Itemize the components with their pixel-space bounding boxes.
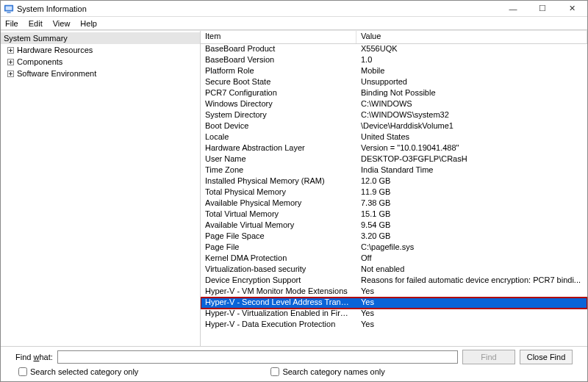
table-row[interactable]: Secure Boot StateUnsupported — [201, 77, 587, 88]
search-category-names-checkbox[interactable]: Search category names only — [270, 367, 384, 376]
table-row[interactable]: Device Encryption SupportReasons for fai… — [201, 275, 587, 286]
cell-value: Mobile — [356, 66, 587, 77]
cell-item: Available Physical Memory — [201, 198, 356, 209]
cell-item: Total Virtual Memory — [201, 209, 356, 220]
cell-value: India Standard Time — [356, 165, 587, 176]
grid-body[interactable]: BaseBoard ProductX556UQKBaseBoard Versio… — [201, 44, 587, 346]
table-row[interactable]: Hyper-V - VM Monitor Mode ExtensionsYes — [201, 286, 587, 298]
table-row[interactable]: Installed Physical Memory (RAM)12.0 GB — [201, 176, 587, 187]
cell-item: Page File Space — [201, 231, 356, 242]
expand-icon[interactable] — [7, 70, 15, 78]
tree-item[interactable]: Components — [1, 56, 200, 68]
table-row[interactable]: Virtualization-based securityNot enabled — [201, 264, 587, 275]
titlebar[interactable]: System Information — ☐ ✕ — [1, 1, 587, 17]
cell-item: BaseBoard Product — [201, 44, 356, 55]
menu-file[interactable]: File — [4, 19, 20, 28]
category-tree[interactable]: System Summary Hardware ResourcesCompone… — [1, 31, 201, 346]
table-row[interactable]: Available Virtual Memory9.54 GB — [201, 220, 587, 231]
menu-view[interactable]: View — [51, 19, 72, 28]
window-controls: — ☐ ✕ — [503, 3, 584, 15]
cell-value: 11.9 GB — [356, 187, 587, 198]
table-row[interactable]: Hyper-V - Second Level Address Translati… — [201, 298, 587, 309]
find-input[interactable] — [57, 350, 458, 364]
tree-item-label: Hardware Resources — [17, 46, 93, 54]
details-pane: Item Value BaseBoard ProductX556UQKBaseB… — [201, 31, 587, 346]
svg-rect-2 — [7, 12, 10, 12]
table-row[interactable]: Hyper-V - Data Execution ProtectionYes — [201, 320, 587, 331]
cell-value: X556UQK — [356, 44, 587, 55]
cell-item: Locale — [201, 132, 356, 143]
table-row[interactable]: LocaleUnited States — [201, 132, 587, 143]
close-button[interactable]: ✕ — [562, 3, 581, 15]
table-row[interactable]: BaseBoard ProductX556UQK — [201, 44, 587, 55]
table-row[interactable]: Hardware Abstraction LayerVersion = "10.… — [201, 143, 587, 154]
cell-item: System Directory — [201, 110, 356, 121]
cell-item: Available Virtual Memory — [201, 220, 356, 231]
cell-item: Total Physical Memory — [201, 187, 356, 198]
cell-value: C:\pagefile.sys — [356, 242, 587, 253]
tree-item-label: Software Environment — [17, 69, 96, 78]
table-row[interactable]: BaseBoard Version1.0 — [201, 55, 587, 66]
table-row[interactable]: Windows DirectoryC:\WINDOWS — [201, 99, 587, 110]
table-row[interactable]: Total Virtual Memory15.1 GB — [201, 209, 587, 220]
table-row[interactable]: Page File Space3.20 GB — [201, 231, 587, 242]
grid-header: Item Value — [201, 31, 587, 44]
cell-value: Yes — [356, 320, 587, 331]
cell-item: Platform Role — [201, 66, 356, 77]
column-header-item[interactable]: Item — [201, 31, 356, 43]
cell-value: 9.54 GB — [356, 220, 587, 231]
expand-icon[interactable] — [7, 46, 15, 54]
cell-value: Binding Not Possible — [356, 88, 587, 99]
find-button[interactable]: Find — [462, 350, 515, 364]
cell-value: Yes — [356, 309, 587, 320]
find-label: Find what: — [15, 353, 53, 361]
close-find-button[interactable]: Close Find — [520, 350, 573, 364]
cell-item: Page File — [201, 242, 356, 253]
cell-item: Virtualization-based security — [201, 264, 356, 275]
maximize-button[interactable]: ☐ — [533, 3, 552, 15]
cell-item: Hyper-V - Second Level Address Translati… — [201, 298, 356, 309]
cell-value: 3.20 GB — [356, 231, 587, 242]
column-header-value[interactable]: Value — [356, 31, 587, 43]
table-row[interactable]: Hyper-V - Virtualization Enabled in Firm… — [201, 309, 587, 320]
menu-edit[interactable]: Edit — [27, 19, 44, 28]
tree-item[interactable]: Hardware Resources — [1, 44, 200, 56]
cell-item: Boot Device — [201, 121, 356, 132]
app-icon — [4, 4, 14, 14]
cell-item: Kernel DMA Protection — [201, 253, 356, 264]
cell-value: Reasons for failed automatic device encr… — [356, 275, 587, 286]
chk-selected-category-label: Search selected category only — [30, 367, 138, 376]
cell-value: DESKTOP-O3FGFLP\CRasH — [356, 154, 587, 165]
system-information-window: System Information — ☐ ✕ File Edit View … — [0, 0, 588, 382]
cell-value: 15.1 GB — [356, 209, 587, 220]
cell-item: BaseBoard Version — [201, 55, 356, 66]
table-row[interactable]: Kernel DMA ProtectionOff — [201, 253, 587, 264]
main-body: System Summary Hardware ResourcesCompone… — [1, 30, 587, 346]
tree-root-label: System Summary — [4, 34, 68, 43]
table-row[interactable]: Boot Device\Device\HarddiskVolume1 — [201, 121, 587, 132]
expand-icon[interactable] — [7, 58, 15, 66]
table-row[interactable]: Page FileC:\pagefile.sys — [201, 242, 587, 253]
find-bar: Find what: Find Close Find Search select… — [1, 346, 587, 381]
cell-item: Secure Boot State — [201, 77, 356, 88]
table-row[interactable]: System DirectoryC:\WINDOWS\system32 — [201, 110, 587, 121]
cell-item: Device Encryption Support — [201, 275, 356, 286]
cell-value: C:\WINDOWS — [356, 99, 587, 110]
cell-value: 7.38 GB — [356, 198, 587, 209]
cell-value: C:\WINDOWS\system32 — [356, 110, 587, 121]
table-row[interactable]: Available Physical Memory7.38 GB — [201, 198, 587, 209]
search-selected-category-checkbox[interactable]: Search selected category only — [18, 367, 138, 376]
tree-root-system-summary[interactable]: System Summary — [1, 32, 200, 44]
chk-selected-category[interactable] — [18, 367, 27, 376]
chk-category-names[interactable] — [270, 367, 279, 376]
cell-item: PCR7 Configuration — [201, 88, 356, 99]
table-row[interactable]: Total Physical Memory11.9 GB — [201, 187, 587, 198]
table-row[interactable]: Platform RoleMobile — [201, 66, 587, 77]
table-row[interactable]: PCR7 ConfigurationBinding Not Possible — [201, 88, 587, 99]
tree-item[interactable]: Software Environment — [1, 68, 200, 79]
table-row[interactable]: Time ZoneIndia Standard Time — [201, 165, 587, 176]
minimize-button[interactable]: — — [503, 3, 523, 15]
menu-help[interactable]: Help — [79, 19, 98, 28]
table-row[interactable]: User NameDESKTOP-O3FGFLP\CRasH — [201, 154, 587, 165]
window-title: System Information — [17, 4, 503, 13]
